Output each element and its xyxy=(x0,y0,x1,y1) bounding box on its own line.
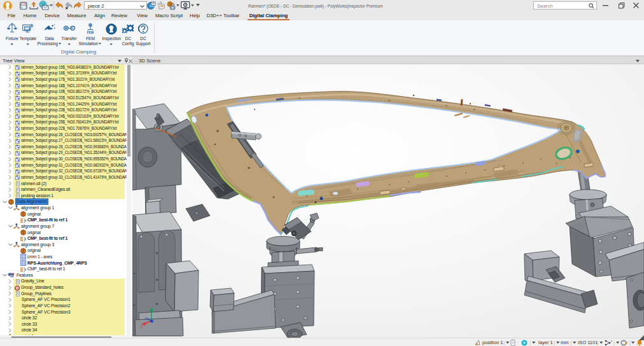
svg-text:FEM: FEM xyxy=(87,31,94,34)
svg-text:Z: Z xyxy=(144,317,146,321)
